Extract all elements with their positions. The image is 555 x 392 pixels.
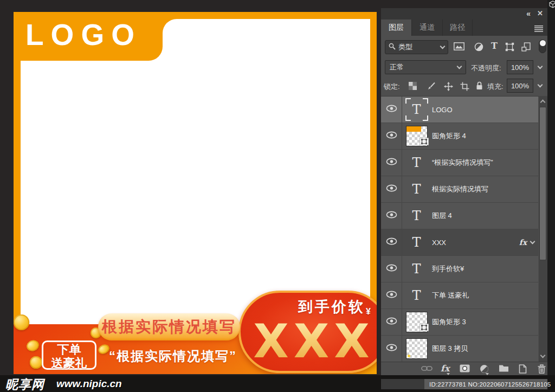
layer-row[interactable]: T 到手价软¥ fx: [381, 256, 538, 282]
collapse-panels-icon[interactable]: «: [526, 9, 530, 18]
delete-layer-icon[interactable]: [538, 364, 546, 376]
eye-icon[interactable]: [386, 264, 397, 274]
eye-icon[interactable]: [386, 317, 397, 327]
scroll-down-icon[interactable]: [540, 353, 546, 358]
eye-icon[interactable]: [386, 344, 397, 354]
eye-icon[interactable]: [386, 131, 397, 141]
link-layers-icon[interactable]: [421, 364, 433, 374]
layer-thumbnail-cell[interactable]: T: [402, 257, 431, 281]
layer-name[interactable]: XXX: [432, 239, 446, 247]
text-layer-icon: T: [405, 257, 428, 281]
eye-icon[interactable]: [386, 291, 397, 300]
filter-smart-object-icon[interactable]: [521, 42, 531, 54]
eye-icon[interactable]: [386, 211, 397, 221]
eye-icon[interactable]: [386, 184, 397, 194]
fill-value-field[interactable]: 100%: [507, 79, 533, 93]
layer-name[interactable]: 图层 4: [432, 211, 452, 221]
corner-notch: [163, 19, 177, 33]
layer-row[interactable]: T LOGO fx: [381, 97, 538, 123]
layer-style-icon[interactable]: fx: [441, 363, 449, 374]
visibility-cell[interactable]: [381, 282, 402, 309]
eye-icon[interactable]: [386, 158, 397, 168]
layer-list-scrollbar[interactable]: [539, 96, 547, 362]
layer-name[interactable]: 到手价软¥: [432, 264, 464, 274]
layer-thumbnail-cell[interactable]: T: [402, 204, 431, 228]
layer-thumbnail-cell[interactable]: T: [402, 312, 431, 332]
visibility-cell[interactable]: [381, 203, 402, 229]
collapsed-panel-dock[interactable]: [547, 0, 555, 392]
document-canvas[interactable]: LOGO 到手价软¥ XXX 根据实际情况填写 “根据实际情况填写” 下单 送豪…: [14, 12, 377, 374]
visibility-cell[interactable]: [381, 336, 402, 362]
add-mask-icon[interactable]: [460, 364, 470, 375]
opacity-value-field[interactable]: 100%: [507, 60, 533, 74]
new-group-icon[interactable]: [499, 364, 509, 374]
close-icon[interactable]: ✕: [537, 9, 543, 17]
layer-thumbnail-cell[interactable]: T: [402, 177, 431, 201]
layer-list: T LOGO fx T: [381, 96, 547, 362]
price-label: 到手价软¥: [298, 297, 371, 317]
tab-channels[interactable]: 通道: [412, 20, 443, 36]
canvas-white-area: [21, 19, 370, 324]
layer-row[interactable]: T 圆角矩形 4 fx: [381, 123, 538, 150]
lock-artboard-icon[interactable]: [460, 82, 469, 93]
scrollbar-thumb[interactable]: [539, 107, 546, 260]
visibility-cell[interactable]: [381, 309, 402, 335]
fill-dropdown-icon[interactable]: [534, 79, 546, 93]
visibility-cell[interactable]: [381, 229, 402, 255]
eye-icon[interactable]: [386, 237, 397, 247]
layer-name[interactable]: 图层 3 拷贝: [432, 344, 468, 354]
layer-thumbnail-cell[interactable]: T: [402, 98, 431, 121]
visibility-cell[interactable]: [381, 176, 402, 202]
watermark-url: www.nipic.cn: [56, 378, 122, 390]
opacity-dropdown-icon[interactable]: [534, 60, 546, 74]
3d-panel-icon[interactable]: [548, 1, 555, 11]
layer-name[interactable]: 圆角矩形 4: [432, 131, 466, 141]
layer-thumbnail-cell[interactable]: T: [402, 338, 431, 359]
layer-thumbnail-cell[interactable]: T: [402, 126, 431, 146]
layer-row[interactable]: T XXX fx: [381, 229, 538, 256]
filter-type-icon[interactable]: T: [491, 41, 498, 51]
layer-row[interactable]: T 图层 4 fx: [381, 203, 538, 229]
filter-toggle-switch[interactable]: [539, 40, 546, 53]
layer-row[interactable]: T 根据实际情况填写 fx: [381, 176, 538, 203]
layer-row[interactable]: T 下单 送豪礼 fx: [381, 282, 538, 309]
visibility-cell[interactable]: [381, 123, 402, 149]
layer-row[interactable]: T 圆角矩形 3 fx: [381, 309, 538, 336]
layer-name[interactable]: “根据实际情况填写”: [432, 158, 493, 168]
filter-adjustment-icon[interactable]: [474, 42, 483, 54]
new-layer-icon[interactable]: [519, 364, 527, 376]
tab-layers[interactable]: 图层: [381, 20, 412, 36]
layers-bottom-toolbar: fx: [381, 362, 547, 375]
filter-image-icon[interactable]: [454, 42, 464, 53]
layer-thumbnail-cell[interactable]: T: [402, 151, 431, 175]
visibility-cell[interactable]: [381, 256, 402, 282]
layer-row[interactable]: T 图层 3 拷贝 fx: [381, 336, 538, 362]
panel-menu-icon[interactable]: [534, 24, 543, 34]
filter-kind-dropdown[interactable]: 类型: [385, 40, 448, 54]
lock-all-icon[interactable]: [476, 81, 483, 92]
layer-thumbnail-cell[interactable]: T: [402, 284, 431, 307]
layer-row[interactable]: T “根据实际情况填写” fx: [381, 150, 538, 176]
layer-name[interactable]: 圆角矩形 3: [432, 317, 466, 327]
layer-fx-indicator[interactable]: fx: [519, 229, 534, 255]
text-layer-icon: T: [405, 284, 428, 307]
layer-thumbnail: [406, 312, 428, 332]
lock-transparency-icon[interactable]: [409, 82, 417, 92]
lock-position-icon[interactable]: [444, 82, 453, 93]
filter-shape-icon[interactable]: [505, 42, 514, 54]
visibility-cell[interactable]: [381, 150, 402, 176]
lock-pixels-brush-icon[interactable]: [427, 82, 436, 93]
layer-name[interactable]: LOGO: [432, 106, 453, 114]
image-id-text: ID:22773781 NO:20220607125526718105: [429, 381, 551, 388]
layer-name[interactable]: 根据实际情况填写: [432, 184, 488, 194]
tab-paths[interactable]: 路径: [443, 20, 473, 36]
chevron-down-icon[interactable]: [530, 239, 535, 245]
scroll-up-icon[interactable]: [540, 100, 546, 105]
visibility-cell[interactable]: [381, 97, 402, 123]
layer-thumbnail-cell[interactable]: T: [402, 230, 431, 254]
vector-mask-badge-icon: [420, 138, 429, 147]
order-line2: 送豪礼: [43, 356, 95, 370]
layer-name[interactable]: 下单 送豪礼: [432, 291, 469, 300]
eye-icon[interactable]: [386, 105, 397, 114]
blend-mode-dropdown[interactable]: 正常: [385, 60, 466, 74]
